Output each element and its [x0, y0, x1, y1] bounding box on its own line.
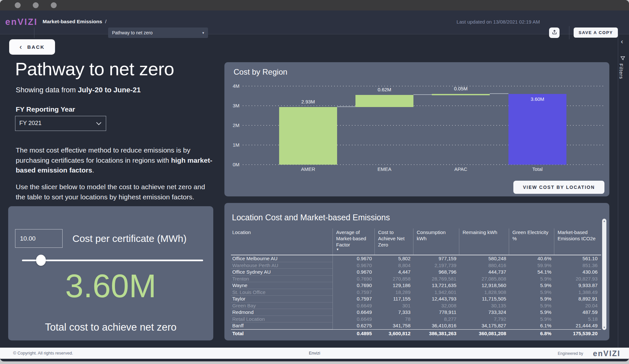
- intro-text: .: [92, 166, 94, 174]
- waterfall-connector: [413, 94, 432, 95]
- table-cell: 5.9%: [509, 316, 554, 323]
- table-total-cell: 6.8%: [509, 330, 554, 338]
- view-cost-by-location-button[interactable]: VIEW COST BY LOCATION: [513, 181, 604, 194]
- table-total-cell: Total: [231, 330, 333, 338]
- y-axis-tick-label: 0M: [224, 162, 239, 167]
- table-cell: 5.18: [554, 316, 600, 323]
- table-cell: 778,911: [413, 309, 459, 316]
- table-row[interactable]: Wayne0.7690129,18613,721,63512,918,5605.…: [231, 282, 601, 289]
- table-cell: 0.9670: [333, 269, 374, 276]
- report-selector-value: Pathway to net zero: [112, 30, 153, 35]
- table-cell: 32,008: [413, 302, 459, 309]
- table-cell: Retail Location: [231, 316, 333, 323]
- window-control-icon[interactable]: [15, 2, 21, 8]
- table-row[interactable]: Green Bay0.664930132,00830,1355.9%20.04: [231, 302, 601, 309]
- table-row[interactable]: Office Sydney AU0.96704,447968,796444,73…: [231, 269, 601, 276]
- breadcrumb[interactable]: Market-based Emissions/: [43, 19, 106, 25]
- chart-gridline: [243, 86, 604, 86]
- filter-funnel-icon[interactable]: [620, 56, 625, 62]
- table-cell: 0.7690: [333, 276, 374, 282]
- table-cell: St. Louis Office: [231, 289, 333, 296]
- table-row[interactable]: Redmond0.66497,333778,911733,3245.9%487.…: [231, 309, 601, 316]
- collapse-filters-icon[interactable]: ‹: [621, 37, 623, 45]
- table-cell: 301: [374, 302, 413, 309]
- breadcrumb-label: Market-based Emissions: [43, 19, 102, 24]
- chevron-left-icon: ‹: [19, 43, 23, 51]
- table-row[interactable]: Banff0.6275341,75836,410,81634,175,8276.…: [231, 322, 601, 329]
- y-axis-tick-label: 1M: [224, 142, 239, 148]
- table-cell: 430.06: [554, 269, 600, 276]
- table-cell: 1,828,908: [459, 289, 509, 296]
- filters-rail-label[interactable]: Filters: [619, 64, 624, 79]
- column-header[interactable]: Location: [231, 228, 333, 255]
- table-cell: 0.6649: [333, 309, 374, 316]
- back-button[interactable]: ‹BACK: [9, 39, 55, 55]
- page-title: Pathway to net zero: [15, 58, 174, 80]
- table-cell: 851.36: [554, 262, 600, 269]
- table-cell: Wayne: [231, 282, 333, 289]
- scroll-down-icon[interactable]: ▼: [602, 326, 606, 329]
- waterfall-bar-apac[interactable]: [432, 94, 490, 95]
- table-row[interactable]: Office Melbourne AU0.96705,802977,159580…: [231, 255, 601, 262]
- divider: [569, 26, 569, 39]
- export-button[interactable]: [549, 27, 560, 38]
- bar-data-label: 0.62M: [355, 87, 413, 92]
- scroll-up-icon[interactable]: ▲: [602, 220, 606, 223]
- table-cell: 54.1%: [509, 269, 554, 276]
- table-cell: 9,933.87: [554, 282, 600, 289]
- table-cell: 0.9670: [333, 262, 374, 269]
- table-cell: 30,135: [459, 302, 509, 309]
- table-cell: 7,792: [459, 316, 509, 323]
- cost-slider-thumb[interactable]: [36, 255, 46, 266]
- table-cell: 0.6649: [333, 316, 374, 323]
- waterfall-bar-total[interactable]: [508, 94, 566, 165]
- table-cell: 7,333: [374, 309, 413, 316]
- location-emissions-table-card: Location Cost and Market-based Emissions…: [224, 203, 609, 340]
- column-header[interactable]: Market-based Emissions tCO2e: [554, 228, 600, 255]
- table-cell: 59.9%: [509, 262, 554, 269]
- column-header[interactable]: Green Electricity %: [509, 228, 554, 255]
- cost-slider-track[interactable]: [22, 260, 203, 261]
- cost-per-certificate-label: Cost per certificate (MWh): [72, 233, 186, 244]
- save-a-copy-button[interactable]: SAVE A COPY: [574, 27, 618, 38]
- subtitle-prefix: Showing data from: [16, 86, 78, 94]
- app-window: enVIZI Market-based Emissions/ Pathway t…: [0, 0, 629, 361]
- table-row[interactable]: Taylor0.7597117,15512,443,79311,715,5055…: [231, 296, 601, 302]
- column-header[interactable]: Cost to Achieve Net Zero: [374, 228, 413, 255]
- table-row[interactable]: Trenton0.7690270,85828,769,58127,085,808…: [231, 276, 601, 282]
- table-cell: 5.9%: [509, 302, 554, 309]
- cost-per-certificate-input[interactable]: [15, 229, 63, 248]
- certificate-cost-card: Cost per certificate (MWh) 3.60M Total c…: [8, 206, 213, 340]
- column-header[interactable]: Average of Market-based Factor▼: [333, 228, 374, 255]
- table-cell: 28,769,581: [413, 276, 459, 282]
- breadcrumb-separator: /: [105, 19, 106, 24]
- table-scrollbar[interactable]: ▲ ▼: [602, 219, 606, 330]
- table-row[interactable]: Warehouse Perth AU0.96708,8042,197,73988…: [231, 262, 601, 269]
- table-cell: 117,155: [374, 296, 413, 302]
- table-cell: 880,416: [459, 262, 509, 269]
- table-cell: 0.6649: [333, 302, 374, 309]
- table-row[interactable]: St. Louis Office0.759718,2891,942,6011,8…: [231, 289, 601, 296]
- waterfall-bar-amer[interactable]: [279, 107, 337, 165]
- table-cell: 5.9%: [509, 296, 554, 302]
- table-row[interactable]: Retail Location0.6649788,2777,7925.9%5.1…: [231, 316, 601, 323]
- fy-year-dropdown[interactable]: FY 2021: [15, 116, 106, 131]
- window-control-icon[interactable]: [33, 2, 39, 8]
- table-cell: Banff: [231, 322, 333, 329]
- column-header[interactable]: Remaining kWh: [459, 228, 509, 255]
- table-cell: 1,942,601: [413, 289, 459, 296]
- total-cost-caption: Total cost to achieve net zero: [8, 321, 213, 333]
- table-cell: 0.9670: [333, 255, 374, 262]
- table-cell: 968,796: [413, 269, 459, 276]
- table-cell: Green Bay: [231, 302, 333, 309]
- table-total-cell: 175,539.20: [554, 330, 600, 338]
- total-cost-value: 3.60M: [8, 267, 213, 305]
- column-header[interactable]: Consumption kWh: [413, 228, 459, 255]
- window-control-icon[interactable]: [51, 2, 57, 8]
- waterfall-bar-emea[interactable]: [355, 95, 413, 107]
- table-cell: 11,715,505: [459, 296, 509, 302]
- table-cell: 5.9%: [509, 276, 554, 282]
- table-cell: Trenton: [231, 276, 333, 282]
- report-selector-dropdown[interactable]: Pathway to net zero ▾: [108, 27, 208, 38]
- envizi-logo: enVIZI: [5, 17, 38, 27]
